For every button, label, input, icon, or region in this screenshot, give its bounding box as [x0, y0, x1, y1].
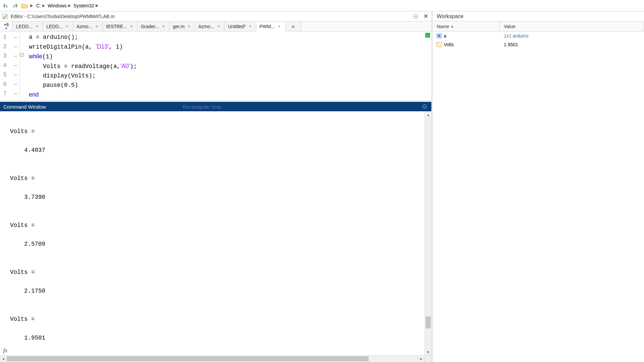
scroll-right-icon[interactable]: ▸ [418, 356, 425, 362]
editor-body[interactable]: 1–2–3–4–5–6–7– − a = arduino(); writeDig… [0, 32, 431, 102]
tab-close-icon[interactable]: × [248, 24, 253, 29]
workspace-body[interactable]: a1x1 arduinoVolts1.9501 [433, 32, 644, 362]
chevron-icon: ▶ [30, 3, 33, 8]
column-label: Name [437, 24, 449, 29]
tab-close-icon[interactable]: × [277, 24, 282, 29]
breadcrumb-segment[interactable]: Windows ▶ [46, 0, 72, 11]
horizontal-scrollbar[interactable]: ◂ ▸ [0, 355, 425, 362]
command-window-output[interactable]: Volts = 4.4037 Volts = 3.7390 Volts = 2.… [0, 111, 431, 362]
editor-tab[interactable]: LEDD...× [13, 21, 43, 31]
editor-title: Editor - C:\Users\Tooba\Desktop\PWMMATLA… [11, 14, 114, 19]
breadcrumb-label: C: [36, 3, 41, 8]
tab-label: tESTRE... [106, 24, 127, 29]
vertical-scrollbar[interactable]: ▴ ▾ [425, 111, 431, 355]
workspace-column-value[interactable]: Value [500, 21, 644, 31]
scroll-up-icon[interactable]: ▴ [425, 111, 431, 118]
svg-point-2 [423, 105, 427, 109]
editor-tab[interactable]: ger.m× [169, 21, 195, 31]
chevron-down-icon: ▼ [5, 27, 8, 30]
variable-name: a [444, 33, 446, 39]
scrollbar-track[interactable] [7, 356, 418, 362]
variable-value: 1x1 arduino [500, 33, 528, 39]
editor-icon [2, 13, 8, 19]
command-window-titlebar: Command Window Rectangular Snip [0, 102, 431, 111]
editor-tab[interactable]: Untitled*× [225, 21, 256, 31]
tab-label: LEDD... [16, 24, 33, 29]
fold-gutter: − [20, 32, 26, 101]
fx-prompt-icon[interactable]: fx [2, 347, 9, 354]
tab-overflow-count: +6 [4, 22, 9, 27]
tab-label: PWM... [260, 24, 275, 29]
chevron-icon: ▶ [42, 3, 45, 8]
command-window-title: Command Window [3, 104, 46, 110]
variable-icon [436, 42, 442, 48]
scrollbar-thumb[interactable] [7, 356, 369, 361]
tab-label: LEDD... [46, 24, 63, 29]
line-number-gutter: 1–2–3–4–5–6–7– [0, 32, 20, 101]
workspace-title: Workspace [433, 11, 644, 21]
chevron-icon: ▶ [96, 3, 98, 8]
tab-close-icon[interactable]: × [95, 24, 99, 29]
editor-tabstrip: +6 ▼ LEDD...×LEDD...×Azmo...×tESTRE...×G… [0, 21, 431, 32]
tab-label: Grader... [141, 24, 159, 29]
code-area[interactable]: a = arduino(); writeDigitalPin(a, 'D13',… [26, 32, 431, 101]
scrollbar-corner [425, 355, 431, 362]
command-window: Volts = 4.4037 Volts = 3.7390 Volts = 2.… [0, 111, 431, 362]
editor-tab[interactable]: Azmo...× [73, 21, 103, 31]
editor-close-icon[interactable]: ✕ [422, 13, 429, 20]
scroll-left-icon[interactable]: ◂ [0, 356, 7, 362]
svg-rect-6 [437, 42, 439, 45]
breadcrumb-segment[interactable]: C: ▶ [35, 0, 46, 11]
editor-tab[interactable]: Grader...× [138, 21, 169, 31]
editor-actions-dropdown-icon[interactable] [412, 13, 419, 20]
scroll-down-icon[interactable]: ▾ [425, 349, 431, 355]
breadcrumb-segment[interactable]: System32 ▶ [72, 0, 100, 11]
workspace-row[interactable]: a1x1 arduino [433, 32, 644, 40]
variable-value: 1.9501 [500, 42, 518, 47]
tab-close-icon[interactable]: × [186, 24, 191, 29]
tab-close-icon[interactable]: × [65, 24, 69, 29]
code-status-indicator [425, 33, 430, 38]
scrollbar-thumb[interactable] [426, 316, 431, 328]
tab-close-icon[interactable]: × [161, 24, 166, 29]
editor-tab[interactable]: PWM...× [256, 22, 285, 32]
nav-forward-icon[interactable] [11, 2, 19, 9]
workspace-row[interactable]: Volts1.9501 [433, 40, 644, 49]
editor-titlebar: Editor - C:\Users\Tooba\Desktop\PWMMATLA… [0, 11, 431, 21]
address-bar: ▶ C: ▶Windows ▶System32 ▶ [0, 0, 644, 11]
editor-tab[interactable]: LEDD...× [43, 21, 73, 31]
tab-overflow-button[interactable]: +6 ▼ [0, 21, 13, 31]
fold-toggle-icon[interactable]: − [20, 53, 24, 57]
tab-label: Azmo... [198, 24, 214, 29]
folder-icon[interactable] [21, 2, 28, 9]
snip-watermark: Rectangular Snip [183, 104, 221, 110]
tab-label: ger.m [173, 24, 184, 29]
scrollbar-track[interactable] [425, 118, 431, 349]
editor-tab[interactable]: Azmo...× [195, 21, 224, 31]
workspace-panel: Workspace Name ▲ Value a1x1 arduinoVolts… [433, 11, 644, 362]
editor-tab[interactable]: tESTRE...× [103, 21, 138, 31]
chevron-icon: ▶ [68, 3, 71, 8]
nav-back-icon[interactable] [2, 2, 9, 9]
tab-label: Untitled* [228, 24, 246, 29]
svg-rect-4 [438, 35, 440, 37]
breadcrumb-label: Windows [48, 3, 67, 8]
variable-name: Volts [444, 42, 454, 47]
sort-indicator-icon: ▲ [450, 24, 454, 28]
new-tab-button[interactable]: ＋ [285, 21, 301, 31]
command-window-actions-icon[interactable] [421, 103, 428, 110]
workspace-column-name[interactable]: Name ▲ [433, 21, 500, 31]
tab-close-icon[interactable]: × [216, 24, 221, 29]
tab-label: Azmo... [76, 24, 92, 29]
tab-close-icon[interactable]: × [35, 24, 39, 29]
tab-close-icon[interactable]: × [129, 24, 134, 29]
workspace-header: Name ▲ Value [433, 21, 644, 32]
breadcrumb: C: ▶Windows ▶System32 ▶ [35, 0, 100, 11]
svg-rect-7 [439, 45, 441, 47]
column-label: Value [504, 24, 516, 29]
breadcrumb-label: System32 [73, 3, 94, 8]
variable-icon [436, 33, 442, 39]
svg-point-1 [414, 14, 418, 18]
